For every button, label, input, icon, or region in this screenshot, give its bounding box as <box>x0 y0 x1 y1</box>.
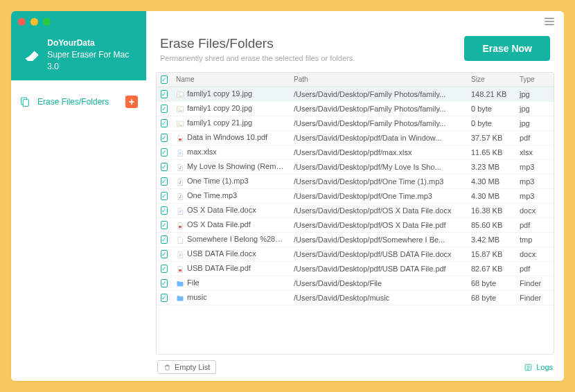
file-type-icon <box>176 105 184 114</box>
row-size: 68 byte <box>467 279 515 287</box>
row-type: mp3 <box>515 163 554 171</box>
row-checkbox[interactable] <box>161 119 168 127</box>
row-checkbox[interactable] <box>161 148 168 157</box>
sidebar-item-label: Erase Files/Folders <box>37 97 118 107</box>
column-path[interactable]: Path <box>290 73 467 87</box>
table-row[interactable]: One Time.mp3/Users/David/Desktop/pdf/One… <box>157 189 554 204</box>
table-row[interactable]: family1 copy 19.jpg/Users/David/Desktop/… <box>157 87 554 102</box>
table-row[interactable]: family1 copy 20.jpg/Users/David/Desktop/… <box>157 102 554 116</box>
file-name-text: One Time (1).mp3 <box>187 177 249 185</box>
file-name-text: My Love Is Showing (Remas... <box>187 162 290 170</box>
brand-title: DoYourData <box>47 37 136 49</box>
row-checkbox[interactable] <box>161 250 168 258</box>
page-subtitle: Permanently shred and erase the selected… <box>160 54 464 62</box>
empty-list-button[interactable]: Empty List <box>157 360 216 374</box>
svg-point-6 <box>179 93 180 95</box>
file-type-icon <box>176 193 184 201</box>
row-size: 3.23 MB <box>467 163 515 171</box>
table-row[interactable]: Somewhere I Belong %28Al.../Users/David/… <box>157 233 554 247</box>
table-row[interactable]: USB DATA File.docx/Users/David/Desktop/p… <box>157 247 554 262</box>
column-name[interactable]: Name <box>172 73 290 87</box>
row-path: /Users/David/Desktop/pdf/Data in Window.… <box>290 134 467 142</box>
table-row[interactable]: OS X Data File.docx/Users/David/Desktop/… <box>157 204 554 218</box>
row-name: One Time.mp3 <box>172 191 290 200</box>
row-path: /Users/David/Desktop/pdf/USB DATA File.p… <box>290 265 467 273</box>
svg-rect-25 <box>179 269 182 271</box>
row-checkbox[interactable] <box>161 105 168 113</box>
file-name-text: max.xlsx <box>187 148 217 156</box>
table-row[interactable]: My Love Is Showing (Remas.../Users/David… <box>157 160 554 175</box>
row-type: pdf <box>515 265 554 273</box>
file-name-text: USB DATA File.docx <box>187 249 256 258</box>
trash-icon <box>163 364 171 371</box>
column-size[interactable]: Size <box>467 73 515 87</box>
row-name: Data in Windows 10.pdf <box>172 133 290 142</box>
row-checkbox-cell <box>157 90 172 98</box>
row-checkbox-cell <box>157 192 172 200</box>
row-checkbox-cell <box>157 221 172 229</box>
logs-icon <box>524 363 533 372</box>
add-files-button[interactable]: + <box>125 96 138 108</box>
logs-button[interactable]: Logs <box>524 363 553 372</box>
column-type[interactable]: Type <box>515 73 554 87</box>
row-checkbox[interactable] <box>161 221 168 229</box>
svg-point-8 <box>179 108 180 109</box>
table-row[interactable]: File/Users/David/Desktop/File68 byteFind… <box>157 276 554 291</box>
erase-now-button[interactable]: Erase Now <box>464 36 550 61</box>
row-size: 37.57 KB <box>467 134 515 142</box>
row-name: My Love Is Showing (Remas... <box>172 162 290 171</box>
file-name-text: Data in Windows 10.pdf <box>187 133 267 141</box>
empty-list-label: Empty List <box>175 363 210 371</box>
row-checkbox[interactable] <box>161 163 168 171</box>
table-row[interactable]: max.xlsx/Users/David/Desktop/pdf/max.xls… <box>157 145 554 160</box>
close-window-button[interactable] <box>18 18 26 26</box>
file-name-text: OS X Data File.docx <box>187 206 256 214</box>
row-path: /Users/David/Desktop/pdf/max.xlsx <box>290 148 467 157</box>
row-name: max.xlsx <box>172 148 290 157</box>
row-checkbox-cell <box>157 294 172 302</box>
row-checkbox[interactable] <box>161 134 168 142</box>
row-checkbox[interactable] <box>161 206 168 215</box>
table-row[interactable]: music/Users/David/Desktop/music68 byteFi… <box>157 291 554 305</box>
file-name-text: File <box>187 278 200 287</box>
files-icon <box>19 96 30 107</box>
row-type: pdf <box>515 134 554 142</box>
row-path: /Users/David/Desktop/pdf/USB DATA File.d… <box>290 250 467 258</box>
maximize-window-button[interactable] <box>43 18 51 26</box>
row-name: family1 copy 21.jpg <box>172 118 290 127</box>
table-row[interactable]: Data in Windows 10.pdf/Users/David/Deskt… <box>157 131 554 145</box>
table-row[interactable]: OS X Data File.pdf/Users/David/Desktop/p… <box>157 218 554 233</box>
row-checkbox[interactable] <box>161 177 168 186</box>
file-name-text: music <box>187 293 207 301</box>
row-type: jpg <box>515 105 554 113</box>
row-size: 148.21 KB <box>467 90 515 98</box>
select-all-checkbox[interactable] <box>161 75 168 84</box>
table-row[interactable]: USB DATA File.pdf/Users/David/Desktop/pd… <box>157 262 554 276</box>
file-type-icon <box>176 236 184 244</box>
menu-icon[interactable] <box>543 15 556 28</box>
row-type: xlsx <box>515 148 554 157</box>
row-size: 11.65 KB <box>467 148 515 157</box>
sidebar-item-erase-files[interactable]: Erase Files/Folders + <box>11 90 146 114</box>
table-row[interactable]: One Time (1).mp3/Users/David/Desktop/pdf… <box>157 175 554 189</box>
eraser-logo-icon <box>24 46 40 64</box>
table-row[interactable]: family1 copy 21.jpg/Users/David/Desktop/… <box>157 116 554 131</box>
file-type-icon <box>176 91 184 99</box>
row-path: /Users/David/Desktop/music <box>290 294 467 302</box>
row-type: Finder <box>515 294 554 302</box>
row-checkbox[interactable] <box>161 90 168 98</box>
row-checkbox[interactable] <box>161 279 168 287</box>
row-checkbox[interactable] <box>161 235 168 244</box>
table-header: Name Path Size Type <box>157 73 554 87</box>
sidebar-header: DoYourData Super Eraser For Mac 3.0 <box>11 11 146 80</box>
brand-subtitle: Super Eraser For Mac 3.0 <box>47 49 136 73</box>
row-checkbox[interactable] <box>161 265 168 273</box>
row-path: /Users/David/Desktop/pdf/One Time.mp3 <box>290 192 467 200</box>
row-checkbox[interactable] <box>161 192 168 200</box>
row-path: /Users/David/Desktop/Family Photos/famil… <box>290 119 467 127</box>
column-checkbox[interactable] <box>157 73 172 87</box>
table-body: family1 copy 19.jpg/Users/David/Desktop/… <box>157 87 554 305</box>
row-path: /Users/David/Desktop/pdf/OS X Data File.… <box>290 206 467 215</box>
minimize-window-button[interactable] <box>30 18 38 26</box>
row-checkbox[interactable] <box>161 294 168 302</box>
